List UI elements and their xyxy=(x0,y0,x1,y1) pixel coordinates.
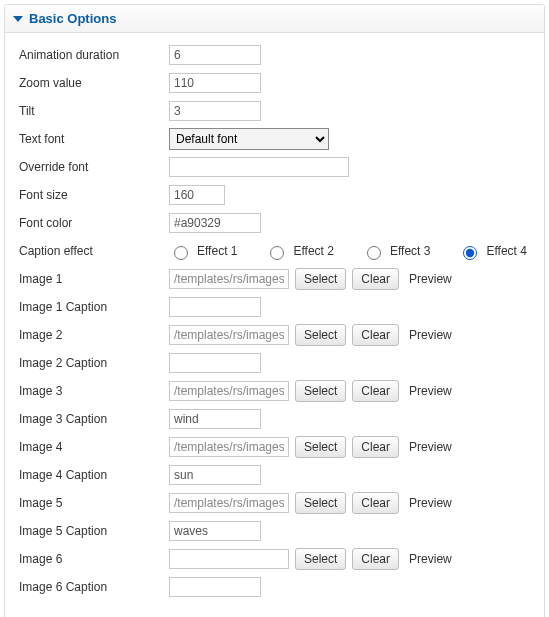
image3-label: Image 3 xyxy=(19,384,169,398)
caption-effect-option-1[interactable]: Effect 1 xyxy=(169,243,237,260)
image6-select-button[interactable]: Select xyxy=(295,548,346,570)
image3-caption-label: Image 3 Caption xyxy=(19,412,169,426)
tilt-input[interactable] xyxy=(169,101,261,121)
caption-effect-radio-1-label: Effect 1 xyxy=(197,244,237,258)
image3-preview-link[interactable]: Preview xyxy=(409,384,452,398)
zoom-value-label: Zoom value xyxy=(19,76,169,90)
image2-caption-input[interactable] xyxy=(169,353,261,373)
font-size-label: Font size xyxy=(19,188,169,202)
image1-caption-input[interactable] xyxy=(169,297,261,317)
caption-effect-radio-1[interactable] xyxy=(174,246,188,260)
image5-label: Image 5 xyxy=(19,496,169,510)
caption-effect-label: Caption effect xyxy=(19,244,169,258)
image2-preview-link[interactable]: Preview xyxy=(409,328,452,342)
text-font-label: Text font xyxy=(19,132,169,146)
image6-caption-label: Image 6 Caption xyxy=(19,580,169,594)
caption-effect-radio-2[interactable] xyxy=(270,246,284,260)
panel-body: Animation duration Zoom value Tilt Text … xyxy=(5,33,544,617)
font-size-input[interactable] xyxy=(169,185,225,205)
font-color-input[interactable] xyxy=(169,213,261,233)
image6-label: Image 6 xyxy=(19,552,169,566)
image3-select-button[interactable]: Select xyxy=(295,380,346,402)
animation-duration-label: Animation duration xyxy=(19,48,169,62)
image3-clear-button[interactable]: Clear xyxy=(352,380,399,402)
panel-title: Basic Options xyxy=(29,11,116,26)
image2-label: Image 2 xyxy=(19,328,169,342)
caption-effect-group: Effect 1 Effect 2 Effect 3 Effect 4 xyxy=(169,243,527,260)
image2-input[interactable] xyxy=(169,325,289,345)
image1-input[interactable] xyxy=(169,269,289,289)
image1-select-button[interactable]: Select xyxy=(295,268,346,290)
image4-label: Image 4 xyxy=(19,440,169,454)
image6-clear-button[interactable]: Clear xyxy=(352,548,399,570)
caption-effect-radio-2-label: Effect 2 xyxy=(293,244,333,258)
image1-preview-link[interactable]: Preview xyxy=(409,272,452,286)
image4-input[interactable] xyxy=(169,437,289,457)
image4-preview-link[interactable]: Preview xyxy=(409,440,452,454)
zoom-value-input[interactable] xyxy=(169,73,261,93)
image6-preview-link[interactable]: Preview xyxy=(409,552,452,566)
image5-select-button[interactable]: Select xyxy=(295,492,346,514)
image5-clear-button[interactable]: Clear xyxy=(352,492,399,514)
image4-caption-input[interactable] xyxy=(169,465,261,485)
image6-input[interactable] xyxy=(169,549,289,569)
caption-effect-option-2[interactable]: Effect 2 xyxy=(265,243,333,260)
image3-input[interactable] xyxy=(169,381,289,401)
image4-caption-label: Image 4 Caption xyxy=(19,468,169,482)
image2-caption-label: Image 2 Caption xyxy=(19,356,169,370)
image1-caption-label: Image 1 Caption xyxy=(19,300,169,314)
image6-caption-input[interactable] xyxy=(169,577,261,597)
panel-header[interactable]: Basic Options xyxy=(5,5,544,33)
override-font-input[interactable] xyxy=(169,157,349,177)
tilt-label: Tilt xyxy=(19,104,169,118)
image5-caption-label: Image 5 Caption xyxy=(19,524,169,538)
image1-clear-button[interactable]: Clear xyxy=(352,268,399,290)
image5-caption-input[interactable] xyxy=(169,521,261,541)
image5-preview-link[interactable]: Preview xyxy=(409,496,452,510)
image2-clear-button[interactable]: Clear xyxy=(352,324,399,346)
image3-caption-input[interactable] xyxy=(169,409,261,429)
text-font-select[interactable]: Default font xyxy=(169,128,329,150)
basic-options-panel: Basic Options Animation duration Zoom va… xyxy=(4,4,545,617)
image4-clear-button[interactable]: Clear xyxy=(352,436,399,458)
animation-duration-input[interactable] xyxy=(169,45,261,65)
caption-effect-radio-3-label: Effect 3 xyxy=(390,244,430,258)
override-font-label: Override font xyxy=(19,160,169,174)
font-color-label: Font color xyxy=(19,216,169,230)
image5-input[interactable] xyxy=(169,493,289,513)
caption-effect-radio-4[interactable] xyxy=(463,246,477,260)
image2-select-button[interactable]: Select xyxy=(295,324,346,346)
image4-select-button[interactable]: Select xyxy=(295,436,346,458)
caption-effect-option-4[interactable]: Effect 4 xyxy=(458,243,526,260)
caption-effect-radio-4-label: Effect 4 xyxy=(486,244,526,258)
caption-effect-option-3[interactable]: Effect 3 xyxy=(362,243,430,260)
caption-effect-radio-3[interactable] xyxy=(367,246,381,260)
image1-label: Image 1 xyxy=(19,272,169,286)
collapse-icon xyxy=(13,16,23,22)
